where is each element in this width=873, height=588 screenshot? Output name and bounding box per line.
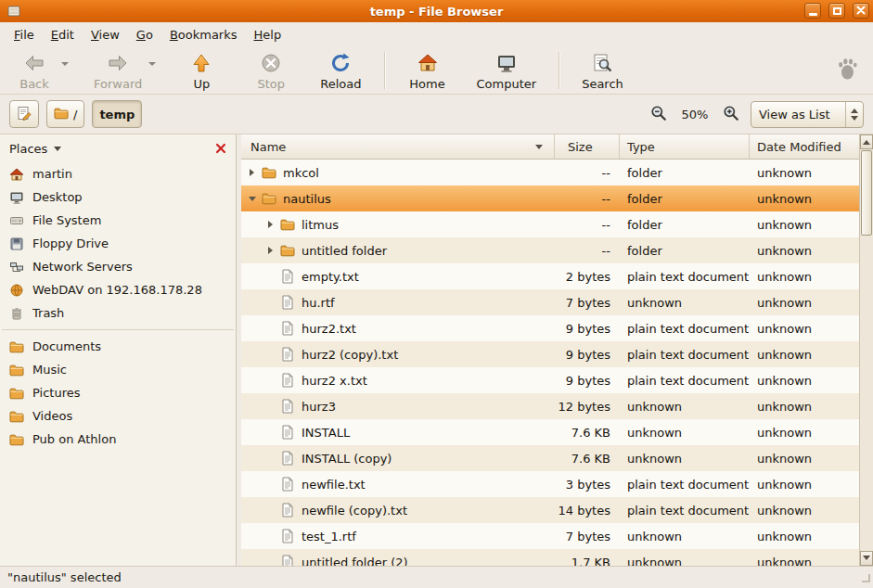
text-file-icon: [280, 269, 295, 284]
search-button[interactable]: Search: [575, 49, 630, 92]
trash-icon: [9, 306, 24, 321]
file-row-litmus[interactable]: litmus--folderunknown: [241, 211, 859, 237]
toggle-location-entry-button[interactable]: [9, 100, 39, 128]
menu-view[interactable]: View: [83, 24, 128, 45]
zoom-out-button[interactable]: [647, 102, 671, 126]
minimize-icon: [809, 13, 817, 16]
scroll-down-button[interactable]: [860, 551, 873, 566]
expand-expander-icon[interactable]: [263, 244, 277, 258]
sidebar-item-desktop[interactable]: Desktop: [0, 185, 236, 209]
file-name: newfile.txt: [302, 478, 366, 492]
home-button[interactable]: Home: [401, 49, 455, 92]
zoom-level: 50%: [678, 108, 712, 121]
file-row-install[interactable]: INSTALL7.6 KBunknownunknown: [241, 419, 859, 445]
file-name: untitled folder: [302, 244, 387, 258]
text-file-icon: [280, 373, 295, 388]
sidebar-item-pub-on-athlon[interactable]: Pub on Athlon: [0, 428, 236, 451]
view-as-combo[interactable]: View as List: [751, 101, 864, 128]
file-row-mkcol[interactable]: mkcol--folderunknown: [241, 160, 859, 185]
size-cell: 12 bytes: [555, 393, 620, 419]
sidebar-item-videos[interactable]: Videos: [0, 404, 236, 428]
sidebar-item-documents[interactable]: Documents: [0, 335, 236, 358]
sidebar-item-trash[interactable]: Trash: [0, 301, 236, 325]
file-name: INSTALL: [302, 426, 350, 440]
modified-cell: unknown: [750, 341, 859, 367]
file-name: INSTALL (copy): [302, 452, 392, 466]
menu-help[interactable]: Help: [246, 24, 290, 45]
name-cell: mkcol: [241, 160, 555, 185]
throbber-icon: [836, 57, 866, 83]
scrollbar-thumb[interactable]: [861, 150, 872, 236]
type-cell: plain text document: [620, 341, 750, 367]
file-row-hu-rtf[interactable]: hu.rtf7 bytesunknownunknown: [241, 289, 859, 315]
up-button[interactable]: Up: [174, 49, 228, 92]
name-cell: litmus: [241, 211, 555, 237]
scroll-up-button[interactable]: [860, 134, 873, 149]
modified-cell: unknown: [750, 549, 859, 566]
maximize-button[interactable]: [828, 3, 845, 19]
file-row-newfile-txt[interactable]: newfile.txt3 bytesplain text documentunk…: [241, 471, 859, 497]
file-row-hurz2-copy-txt[interactable]: hurz2 (copy).txt9 bytesplain text docume…: [241, 341, 859, 367]
file-row-hurz2-txt[interactable]: hurz2.txt9 bytesplain text documentunkno…: [241, 315, 859, 341]
text-file-icon: [280, 451, 295, 466]
menu-edit[interactable]: Edit: [43, 24, 83, 45]
path-root-button[interactable]: /: [46, 100, 84, 128]
zoom-out-icon: [650, 105, 667, 124]
menu-go[interactable]: Go: [128, 24, 161, 45]
name-cell: hurz2 (copy).txt: [241, 341, 555, 367]
column-header-size[interactable]: Size: [555, 134, 620, 160]
size-cell: --: [555, 160, 620, 185]
name-cell: hu.rtf: [241, 289, 555, 315]
sidebar-item-network-servers[interactable]: Network Servers: [0, 255, 236, 278]
path-current-button[interactable]: temp: [92, 100, 142, 128]
file-row-untitled-folder-2[interactable]: untitled folder (2)1.7 KBunknownunknown: [241, 549, 859, 566]
sidebar-item-martin[interactable]: martin: [0, 162, 236, 185]
file-row-newfile-copy-txt[interactable]: newfile (copy).txt14 bytesplain text doc…: [241, 497, 859, 523]
text-file-icon: [280, 503, 295, 518]
column-header-name[interactable]: Name: [241, 134, 555, 160]
file-row-hurz3[interactable]: hurz312 bytesunknownunknown: [241, 393, 859, 419]
file-row-test-1-rtf[interactable]: test_1.rtf7 bytesunknownunknown: [241, 523, 859, 549]
folder-icon: [280, 217, 295, 232]
places-header[interactable]: Places: [0, 134, 236, 162]
collapse-expander-icon[interactable]: [245, 192, 259, 206]
file-row-nautilus[interactable]: nautilus--folderunknown: [241, 185, 859, 211]
menu-file[interactable]: File: [6, 24, 43, 45]
zoom-in-button[interactable]: [719, 102, 743, 126]
menu-bookmarks[interactable]: Bookmarks: [161, 24, 246, 45]
path-root-label: /: [73, 108, 77, 121]
expand-expander-icon[interactable]: [245, 166, 259, 180]
expand-expander-icon[interactable]: [263, 218, 277, 232]
column-header-date-modified[interactable]: Date Modified: [750, 134, 859, 160]
search-icon: [591, 52, 613, 74]
name-cell: nautilus: [241, 185, 555, 211]
file-row-empty-txt[interactable]: empty.txt2 bytesplain text documentunkno…: [241, 263, 859, 289]
size-cell: 7 bytes: [555, 523, 620, 549]
titlebar[interactable]: temp - File Browser: [0, 0, 873, 22]
sidebar-item-webdav-on-192-168-178-28[interactable]: WebDAV on 192.168.178.28: [0, 278, 236, 301]
file-row-install-copy[interactable]: INSTALL (copy)7.6 KBunknownunknown: [241, 445, 859, 471]
sidebar-item-pictures[interactable]: Pictures: [0, 381, 236, 404]
modified-cell: unknown: [750, 211, 859, 237]
close-sidebar-button[interactable]: [212, 140, 229, 157]
resize-grip[interactable]: [860, 572, 871, 586]
computer-icon: [495, 52, 518, 74]
combo-stepper-icon[interactable]: [845, 102, 863, 127]
modified-cell: unknown: [750, 419, 859, 445]
minimize-button[interactable]: [804, 3, 821, 19]
folder-icon: [262, 165, 276, 180]
file-name: mkcol: [283, 166, 319, 180]
file-row-hurz2-x-txt[interactable]: hurz2 x.txt9 bytesplain text documentunk…: [241, 367, 859, 393]
file-row-untitled-folder[interactable]: untitled folder--folderunknown: [241, 237, 859, 263]
vertical-scrollbar[interactable]: [859, 134, 873, 566]
close-button[interactable]: [853, 3, 869, 19]
reload-button[interactable]: Reload: [314, 49, 367, 92]
file-name: hu.rtf: [302, 296, 335, 310]
drive-icon: [9, 213, 24, 228]
sidebar-item-floppy-drive[interactable]: Floppy Drive: [0, 232, 236, 255]
sidebar-item-file-system[interactable]: File System: [0, 209, 236, 232]
modified-cell: unknown: [750, 445, 859, 471]
column-header-type[interactable]: Type: [620, 134, 750, 160]
sidebar-item-music[interactable]: Music: [0, 358, 236, 381]
computer-button[interactable]: Computer: [470, 49, 544, 92]
